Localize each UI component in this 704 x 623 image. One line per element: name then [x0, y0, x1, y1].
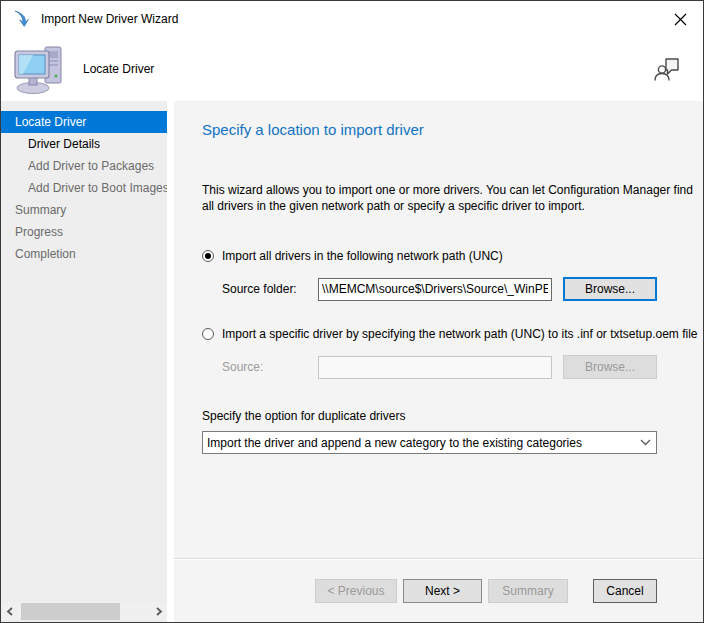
- sidebar-content-divider: [167, 101, 174, 622]
- sidebar-horizontal-scrollbar[interactable]: [1, 603, 167, 620]
- wizard-content-pane: Specify a location to import driver This…: [174, 101, 703, 622]
- source-folder-browse-button[interactable]: Browse...: [563, 277, 657, 301]
- source-file-input: [318, 356, 552, 379]
- radio-button-icon[interactable]: [202, 328, 214, 340]
- scrollbar-track[interactable]: [18, 603, 150, 620]
- previous-button: < Previous: [315, 579, 397, 603]
- source-folder-input[interactable]: [318, 278, 552, 301]
- close-button[interactable]: [657, 1, 703, 37]
- sidebar-item-completion[interactable]: Completion: [1, 243, 167, 265]
- summary-button: Summary: [488, 579, 568, 603]
- sidebar-item-summary[interactable]: Summary: [1, 199, 167, 221]
- radio-import-specific-label: Import a specific driver by specifying t…: [222, 327, 698, 342]
- radio-option-import-all[interactable]: Import all drivers in the following netw…: [202, 249, 703, 264]
- sidebar-item-driver-details[interactable]: Driver Details: [1, 133, 167, 155]
- radio-button-icon[interactable]: [202, 250, 214, 262]
- wizard-steps-sidebar: Locate Driver Driver Details Add Driver …: [1, 101, 167, 622]
- wizard-person-help-icon: [653, 56, 681, 82]
- scroll-left-arrow-icon[interactable]: [1, 603, 18, 620]
- wizard-steps-nav: Locate Driver Driver Details Add Driver …: [1, 101, 167, 603]
- source-folder-row: Source folder: Browse...: [222, 277, 703, 301]
- source-file-row: Source: Browse...: [222, 355, 703, 379]
- window-title: Import New Driver Wizard: [41, 12, 657, 26]
- scrollbar-thumb[interactable]: [21, 603, 120, 620]
- wizard-body: Locate Driver Driver Details Add Driver …: [1, 101, 703, 622]
- sidebar-item-add-driver-to-packages[interactable]: Add Driver to Packages: [1, 155, 167, 177]
- source-file-browse-button: Browse...: [563, 355, 657, 379]
- page-intro-text: This wizard allows you to import one or …: [202, 182, 702, 214]
- import-new-driver-wizard-window: Import New Driver Wizard Locate Driver: [0, 0, 704, 623]
- wizard-header: Locate Driver: [1, 37, 703, 101]
- sidebar-item-progress[interactable]: Progress: [1, 221, 167, 243]
- sidebar-item-locate-driver[interactable]: Locate Driver: [1, 111, 167, 133]
- scroll-right-arrow-icon[interactable]: [150, 603, 167, 620]
- page-title: Specify a location to import driver: [202, 121, 703, 138]
- wizard-app-icon: [12, 9, 32, 29]
- next-button[interactable]: Next >: [403, 579, 482, 603]
- locate-driver-page: Specify a location to import driver This…: [174, 101, 703, 558]
- chevron-down-icon[interactable]: [634, 439, 656, 446]
- computer-icon: [11, 43, 67, 95]
- source-folder-label: Source folder:: [222, 282, 318, 296]
- sidebar-item-add-driver-to-boot-images[interactable]: Add Driver to Boot Images: [1, 177, 167, 199]
- close-icon: [674, 13, 687, 26]
- radio-import-all-label: Import all drivers in the following netw…: [222, 249, 503, 264]
- header-step-title: Locate Driver: [83, 62, 653, 76]
- title-bar: Import New Driver Wizard: [1, 1, 703, 37]
- source-file-label: Source:: [222, 360, 318, 374]
- dropdown-selected-option: Import the driver and append a new categ…: [203, 436, 634, 450]
- wizard-footer: < Previous Next > Summary Cancel: [174, 560, 703, 622]
- duplicate-drivers-label: Specify the option for duplicate drivers: [202, 409, 703, 423]
- cancel-button[interactable]: Cancel: [593, 579, 657, 603]
- radio-option-import-specific[interactable]: Import a specific driver by specifying t…: [202, 327, 703, 342]
- duplicate-drivers-dropdown[interactable]: Import the driver and append a new categ…: [202, 431, 657, 454]
